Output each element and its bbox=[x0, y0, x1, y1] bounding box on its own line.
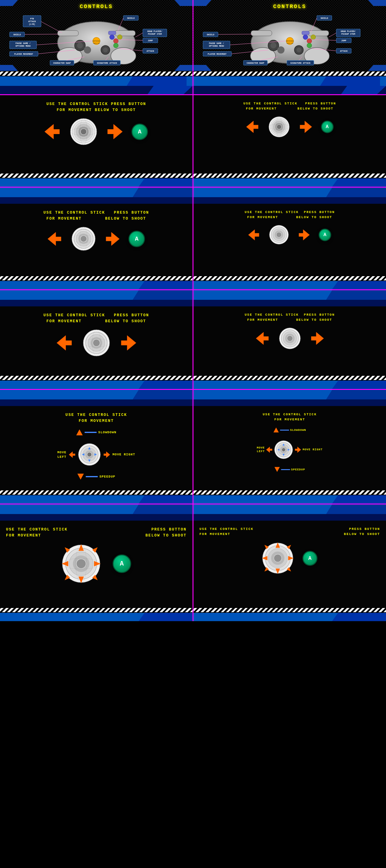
top-blue-4l bbox=[0, 290, 192, 300]
labeled-controls-right: SLOWDOWN MOVELEFT bbox=[198, 427, 382, 472]
controls-title-right: CONTROLS bbox=[198, 4, 382, 9]
arrow-up-right bbox=[273, 427, 279, 433]
svg-rect-124 bbox=[55, 237, 61, 241]
svg-rect-165 bbox=[72, 454, 75, 456]
svg-point-106 bbox=[81, 129, 87, 135]
arrow-right-1r bbox=[299, 121, 312, 133]
svg-rect-180 bbox=[270, 449, 272, 451]
svg-marker-132 bbox=[111, 232, 119, 246]
svg-text:GAMECUBE: GAMECUBE bbox=[286, 42, 293, 44]
svg-text:PICKUP ITEM: PICKUP ITEM bbox=[148, 33, 161, 35]
svg-text:PLAYER MOVEMENT: PLAYER MOVEMENT bbox=[14, 53, 33, 55]
move2-col-left: USE THE CONTROL STICK PRESS BUTTON FOR M… bbox=[0, 188, 194, 289]
svg-text:SIGNATURE ATTACK: SIGNATURE ATTACK bbox=[290, 62, 310, 64]
top-blue-4r bbox=[194, 290, 386, 300]
top-dark-5r bbox=[194, 399, 386, 406]
top-dark-4l bbox=[0, 300, 192, 306]
svg-point-129 bbox=[80, 236, 87, 242]
move1-col-right: USE THE CONTROL STICK PRESS BUTTON FOR M… bbox=[194, 95, 386, 187]
omni-col-left: USE THE CONTROL STICKFOR MOVEMENT PRESS … bbox=[0, 504, 194, 621]
top-blue-6l bbox=[0, 504, 192, 514]
joystick-2l bbox=[71, 227, 95, 251]
top-dark-3l bbox=[0, 197, 192, 204]
svg-point-9 bbox=[84, 46, 91, 54]
top-dark-4r bbox=[194, 300, 386, 306]
top-blue-6r bbox=[194, 504, 386, 514]
svg-point-64 bbox=[303, 35, 308, 39]
arrow-left-3l bbox=[56, 335, 74, 350]
svg-rect-133 bbox=[106, 237, 112, 241]
svg-rect-176 bbox=[103, 454, 106, 456]
svg-text:PLAYER MOVEMENT: PLAYER MOVEMENT bbox=[208, 53, 227, 55]
svg-text:SHIELD: SHIELD bbox=[207, 33, 214, 36]
svg-marker-111 bbox=[246, 121, 253, 133]
hazard-divider-1l bbox=[0, 71, 192, 76]
speedup-label-left: SPEEDUP bbox=[99, 475, 115, 478]
svg-text:SHIELD: SHIELD bbox=[127, 17, 135, 20]
hazard-div-5l bbox=[0, 490, 192, 495]
omni-controls-right: A bbox=[200, 542, 380, 574]
svg-text:OPTIONS MENU: OPTIONS MENU bbox=[209, 45, 224, 47]
svg-text:PAUSE GAME /: PAUSE GAME / bbox=[15, 42, 30, 44]
slowdown-label-right: SLOWDOWN bbox=[290, 429, 306, 432]
speedup-label-right: SPEEDUP bbox=[291, 468, 305, 471]
svg-text:JUMP: JUMP bbox=[341, 39, 346, 42]
move1-title-right: USE THE CONTROL STICK PRESS BUTTON FOR M… bbox=[198, 101, 382, 111]
a-button-omni-left: A bbox=[113, 554, 131, 573]
arrow-up-left bbox=[76, 429, 83, 436]
a-button-omni-right: A bbox=[302, 551, 318, 566]
slowdown-line-right bbox=[280, 430, 289, 431]
svg-point-10 bbox=[114, 39, 118, 43]
omni-title-left: USE THE CONTROL STICKFOR MOVEMENT bbox=[6, 527, 68, 538]
a-button-2r: A bbox=[319, 228, 331, 241]
svg-text:ATTACK: ATTACK bbox=[146, 50, 154, 52]
hazard-div-4l bbox=[0, 375, 192, 380]
svg-marker-143 bbox=[57, 335, 66, 350]
move1-controls-right: A bbox=[198, 116, 382, 137]
move-left-label-right: MOVELEFT bbox=[257, 446, 265, 454]
svg-point-60 bbox=[296, 48, 301, 52]
svg-rect-144 bbox=[65, 341, 71, 345]
arrow-right-2r bbox=[298, 229, 309, 240]
svg-text:PAUSE GAME /: PAUSE GAME / bbox=[209, 42, 224, 44]
labeled-title-left: USE THE CONTROL STICKFOR MOVEMENT bbox=[4, 412, 188, 424]
top-dark-3r bbox=[194, 197, 386, 204]
svg-marker-134 bbox=[248, 229, 255, 240]
controller-area-right: NINTENDO GAMECUBE SHIELD SHIELD bbox=[198, 12, 382, 66]
joystick-1l bbox=[70, 118, 97, 145]
svg-point-58 bbox=[270, 42, 276, 49]
hazard-div-3l bbox=[0, 276, 192, 281]
svg-text:CHARACTER SWAP: CHARACTER SWAP bbox=[53, 62, 71, 64]
arrow-right-3l bbox=[119, 335, 137, 350]
btm-blue-5r bbox=[194, 495, 386, 503]
svg-line-32 bbox=[136, 33, 143, 37]
controls-col-left: CONTROLS bbox=[0, 0, 194, 94]
svg-point-160 bbox=[287, 335, 293, 341]
svg-point-185 bbox=[282, 448, 286, 452]
move-left-label-left: MOVELEFT bbox=[58, 450, 66, 459]
arrow-left-3r bbox=[256, 332, 270, 345]
svg-marker-123 bbox=[48, 232, 56, 246]
hazard-div-3r bbox=[194, 276, 386, 281]
move3-col-right: USE THE CONTROL STICK PRESS BUTTON FOR M… bbox=[194, 290, 386, 389]
omni-section-right: USE THE CONTROL STICKFOR MOVEMENT PRESS … bbox=[194, 521, 386, 608]
speedup-group-left: SPEEDUP bbox=[77, 473, 115, 480]
omni-subtitle-right: PRESS BUTTONBELOW TO SHOOT bbox=[344, 527, 380, 536]
hazard-div-4r bbox=[194, 375, 386, 380]
svg-point-170 bbox=[87, 453, 92, 457]
slowdown-group-right: SLOWDOWN bbox=[273, 427, 306, 433]
movement-row-3: USE THE CONTROL STICK PRESS BUTTON FOR M… bbox=[0, 290, 386, 390]
svg-text:SIGNATURE ATTACK: SIGNATURE ATTACK bbox=[97, 62, 117, 64]
move2-col-right: USE THE CONTROL STICK PRESS BUTTON FOR M… bbox=[194, 188, 386, 289]
svg-marker-192 bbox=[274, 467, 280, 472]
a-button-1r: A bbox=[321, 121, 334, 133]
top-blue-3r bbox=[194, 188, 386, 197]
arrow-left-4l bbox=[69, 449, 76, 460]
btm-blue-3l bbox=[0, 281, 192, 289]
arrow-left-1l bbox=[44, 124, 61, 139]
top-blue-3l bbox=[0, 188, 192, 197]
move1-section-right: USE THE CONTROL STICK PRESS BUTTON FOR M… bbox=[194, 95, 386, 173]
svg-text:PTR: PTR bbox=[30, 18, 34, 20]
svg-point-118 bbox=[277, 124, 281, 129]
svg-marker-109 bbox=[114, 124, 122, 139]
